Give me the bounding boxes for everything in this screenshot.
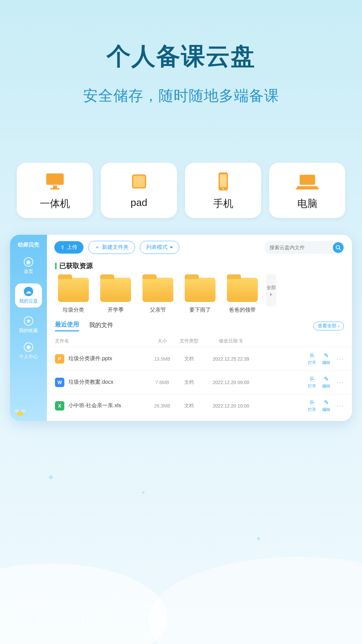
folder-item[interactable]: 垃圾分类 [55, 274, 92, 314]
folder-item[interactable]: 开学季 [97, 274, 134, 314]
open-button[interactable]: ⎘打开 [308, 399, 316, 413]
file-type-icon: P [55, 354, 64, 364]
upload-button[interactable]: ⇪ 上传 [54, 241, 83, 254]
sidebar-item-profile[interactable]: ☻ 个人中心 [18, 342, 39, 360]
open-icon: ⎘ [310, 352, 314, 359]
more-button[interactable]: ··· [336, 378, 344, 386]
col-date-label: 修改日期 [219, 338, 238, 343]
folder-icon [58, 278, 89, 302]
folder-label: 垃圾分类 [63, 307, 84, 314]
file-table-header: 文件名 大小 文件类型 修改日期 ⇅ [47, 333, 352, 347]
user-icon: ☻ [24, 342, 33, 352]
chevron-down-icon [170, 247, 173, 249]
svg-rect-8 [300, 175, 315, 185]
cloud-decoration [147, 557, 362, 644]
col-size: 大小 [149, 338, 176, 344]
edit-button[interactable]: ✎编辑 [322, 399, 330, 413]
folder-icon [100, 278, 131, 302]
more-button[interactable]: ··· [336, 355, 344, 363]
svg-rect-0 [46, 173, 64, 185]
folder-item[interactable]: 父亲节 [139, 274, 176, 314]
table-row[interactable]: X 小中班-社会亲一亲.xls 26.3MB 文档 2022.12.20 10:… [47, 394, 352, 417]
folder-icon [185, 278, 216, 302]
folder-item[interactable]: 要下雨了 [182, 274, 219, 314]
resources-title-text: 已获取资源 [59, 261, 93, 270]
folder-item[interactable]: 爸爸的领带 [224, 274, 261, 314]
star-decoration: ✦ [141, 489, 146, 496]
folder-icon [227, 278, 258, 302]
file-size: 7.6MB [149, 380, 176, 385]
device-label: pad [130, 197, 147, 208]
folder-label: 父亲节 [150, 307, 166, 314]
file-type: 文档 [176, 356, 202, 362]
open-button[interactable]: ⎘打开 [308, 376, 316, 389]
resources-title: 已获取资源 [47, 258, 352, 274]
folder-label: 开学季 [108, 307, 124, 314]
open-button[interactable]: ⎘打开 [308, 352, 316, 366]
sidebar-item-label: 首页 [24, 269, 33, 275]
file-date: 2022.12.20 10:00 [202, 403, 259, 409]
all-label: 全部 [266, 285, 276, 291]
open-label: 打开 [308, 407, 316, 413]
view-mode-select[interactable]: 列表模式 [140, 241, 179, 254]
edit-icon: ✎ [324, 352, 329, 359]
upload-label: 上传 [67, 244, 77, 251]
device-card-aio: 一体机 [17, 163, 93, 218]
brand-logo: 幼师贝壳 [18, 241, 39, 249]
view-all-folders-button[interactable]: 全部 [266, 274, 276, 307]
star-decoration: ✦ [255, 535, 261, 543]
page-subtitle: 安全储存，随时随地多端备课 [0, 86, 362, 106]
search-input[interactable] [264, 241, 345, 254]
svg-point-10 [14, 409, 19, 413]
bee-icon [13, 408, 27, 418]
plus-icon: ＋ [95, 244, 100, 251]
file-type-icon: X [55, 401, 64, 411]
chevron-right-icon: › [338, 323, 340, 329]
sidebar-item-label: 我的云盘 [19, 298, 38, 304]
table-row[interactable]: P 垃圾分类课件.pptx 13.5MB 文档 2022.12.25 22:39… [47, 347, 352, 370]
phone-icon [212, 171, 235, 192]
col-date[interactable]: 修改日期 ⇅ [202, 338, 259, 344]
new-folder-button[interactable]: ＋ 新建文件夹 [88, 241, 135, 254]
svg-rect-6 [220, 174, 227, 187]
open-icon: ⎘ [310, 399, 314, 406]
edit-button[interactable]: ✎编辑 [322, 352, 330, 366]
view-all-files-button[interactable]: 查看全部 › [313, 322, 344, 330]
device-label: 手机 [213, 197, 233, 211]
home-icon: ◉ [24, 257, 33, 267]
file-size: 26.3MB [149, 403, 176, 409]
search-button[interactable] [333, 242, 344, 253]
device-card-phone: 手机 [185, 163, 261, 218]
monitor-icon [43, 171, 67, 192]
cloud-drive-panel: 幼师贝壳 ◉ 首页 ☁ 我的云盘 ★ 我的收藏 ☻ 个人中心 ⇪ 上传 ＋ [10, 235, 352, 421]
star-decoration: ✦ [47, 472, 55, 483]
file-size: 13.5MB [149, 356, 176, 362]
sidebar-item-cloud[interactable]: ☁ 我的云盘 [15, 283, 42, 308]
laptop-icon [296, 171, 319, 192]
edit-icon: ✎ [324, 375, 329, 383]
file-name: 小中班-社会亲一亲.xls [68, 402, 149, 409]
edit-label: 编辑 [322, 383, 330, 389]
upload-icon: ⇪ [60, 244, 65, 251]
sidebar-item-favorites[interactable]: ★ 我的收藏 [18, 316, 39, 334]
accent-bar [55, 263, 57, 269]
sidebar-item-label: 个人中心 [19, 354, 38, 360]
file-type-icon: W [55, 378, 64, 387]
page-title: 个人备课云盘 [0, 40, 362, 72]
device-card-laptop: 电脑 [269, 163, 345, 218]
col-name: 文件名 [55, 338, 149, 344]
svg-rect-4 [133, 176, 145, 187]
file-type: 文档 [176, 379, 202, 385]
edit-icon: ✎ [324, 399, 329, 406]
chevron-right-icon [270, 293, 272, 296]
new-folder-label: 新建文件夹 [102, 244, 129, 251]
sidebar-item-home[interactable]: ◉ 首页 [18, 257, 39, 275]
table-row[interactable]: W 垃圾分类教案.docx 7.6MB 文档 2022.12.20 09:00 … [47, 370, 352, 394]
folder-grid: 垃圾分类 开学季 父亲节 要下雨了 爸爸的领带 全部 [47, 274, 352, 314]
tab-my-files[interactable]: 我的文件 [89, 321, 113, 331]
edit-button[interactable]: ✎编辑 [322, 375, 330, 389]
more-button[interactable]: ··· [336, 402, 344, 410]
svg-point-11 [21, 409, 26, 413]
tab-recent[interactable]: 最近使用 [55, 320, 79, 331]
svg-point-7 [222, 188, 224, 190]
